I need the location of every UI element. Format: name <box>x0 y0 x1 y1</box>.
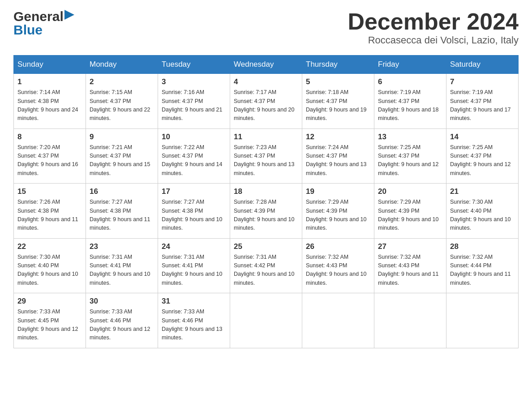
calendar-table: Sunday Monday Tuesday Wednesday Thursday… <box>13 55 519 348</box>
day-info: Sunrise: 7:26 AMSunset: 4:38 PMDaylight:… <box>17 198 82 233</box>
day-number: 5 <box>306 77 370 86</box>
day-info: Sunrise: 7:16 AMSunset: 4:37 PMDaylight:… <box>162 88 226 123</box>
calendar-cell: 16Sunrise: 7:27 AMSunset: 4:38 PMDayligh… <box>86 184 158 239</box>
calendar-cell: 5Sunrise: 7:18 AMSunset: 4:37 PMDaylight… <box>302 74 374 129</box>
calendar-cell: 9Sunrise: 7:21 AMSunset: 4:37 PMDaylight… <box>86 128 158 184</box>
calendar-cell: 12Sunrise: 7:24 AMSunset: 4:37 PMDayligh… <box>302 128 374 184</box>
day-info: Sunrise: 7:33 AMSunset: 4:45 PMDaylight:… <box>17 308 82 342</box>
day-info: Sunrise: 7:31 AMSunset: 4:41 PMDaylight:… <box>162 253 226 288</box>
day-number: 26 <box>306 242 370 251</box>
day-info: Sunrise: 7:30 AMSunset: 4:40 PMDaylight:… <box>450 198 515 233</box>
calendar-cell: 3Sunrise: 7:16 AMSunset: 4:37 PMDaylight… <box>158 74 230 129</box>
day-number: 14 <box>450 133 515 141</box>
day-number: 11 <box>234 133 298 141</box>
calendar-cell: 21Sunrise: 7:30 AMSunset: 4:40 PMDayligh… <box>446 184 519 239</box>
calendar-week-2: 8Sunrise: 7:20 AMSunset: 4:37 PMDaylight… <box>14 128 519 184</box>
day-info: Sunrise: 7:33 AMSunset: 4:46 PMDaylight:… <box>90 308 154 342</box>
day-number: 19 <box>306 187 370 196</box>
day-number: 9 <box>90 133 154 141</box>
svg-marker-0 <box>64 10 74 20</box>
day-info: Sunrise: 7:15 AMSunset: 4:37 PMDaylight:… <box>90 88 154 123</box>
day-number: 7 <box>450 77 515 86</box>
calendar-cell: 28Sunrise: 7:32 AMSunset: 4:44 PMDayligh… <box>446 238 519 293</box>
day-info: Sunrise: 7:32 AMSunset: 4:43 PMDaylight:… <box>378 253 442 288</box>
calendar-cell: 13Sunrise: 7:25 AMSunset: 4:37 PMDayligh… <box>374 128 446 184</box>
day-info: Sunrise: 7:33 AMSunset: 4:46 PMDaylight:… <box>162 308 226 342</box>
calendar-cell <box>446 293 519 348</box>
calendar-cell: 15Sunrise: 7:26 AMSunset: 4:38 PMDayligh… <box>14 184 86 239</box>
calendar-week-5: 29Sunrise: 7:33 AMSunset: 4:45 PMDayligh… <box>14 293 519 348</box>
day-info: Sunrise: 7:23 AMSunset: 4:37 PMDaylight:… <box>234 143 298 178</box>
day-number: 30 <box>90 297 154 306</box>
day-number: 4 <box>234 77 298 86</box>
col-monday: Monday <box>86 56 158 74</box>
calendar-cell: 4Sunrise: 7:17 AMSunset: 4:37 PMDaylight… <box>230 74 302 129</box>
day-info: Sunrise: 7:27 AMSunset: 4:38 PMDaylight:… <box>90 198 154 233</box>
day-number: 12 <box>306 133 370 141</box>
day-info: Sunrise: 7:21 AMSunset: 4:37 PMDaylight:… <box>90 143 154 178</box>
calendar-cell: 22Sunrise: 7:30 AMSunset: 4:40 PMDayligh… <box>14 238 86 293</box>
calendar-cell: 29Sunrise: 7:33 AMSunset: 4:45 PMDayligh… <box>14 293 86 348</box>
calendar-cell <box>230 293 302 348</box>
calendar-cell: 1Sunrise: 7:14 AMSunset: 4:38 PMDaylight… <box>14 74 86 129</box>
page-header: General Blue December 2024 Roccasecca de… <box>13 9 519 46</box>
calendar-week-3: 15Sunrise: 7:26 AMSunset: 4:38 PMDayligh… <box>14 184 519 239</box>
calendar-week-1: 1Sunrise: 7:14 AMSunset: 4:38 PMDaylight… <box>14 74 519 129</box>
logo-arrow-icon <box>64 12 74 20</box>
day-number: 1 <box>17 77 82 86</box>
calendar-week-4: 22Sunrise: 7:30 AMSunset: 4:40 PMDayligh… <box>14 238 519 293</box>
calendar-cell: 14Sunrise: 7:25 AMSunset: 4:37 PMDayligh… <box>446 128 519 184</box>
day-number: 21 <box>450 187 515 196</box>
calendar-cell: 18Sunrise: 7:28 AMSunset: 4:39 PMDayligh… <box>230 184 302 239</box>
day-info: Sunrise: 7:22 AMSunset: 4:37 PMDaylight:… <box>162 143 226 178</box>
day-info: Sunrise: 7:27 AMSunset: 4:38 PMDaylight:… <box>162 198 226 233</box>
day-number: 22 <box>17 242 82 251</box>
page-title: December 2024 <box>348 9 519 34</box>
day-info: Sunrise: 7:31 AMSunset: 4:41 PMDaylight:… <box>90 253 154 288</box>
calendar-cell <box>302 293 374 348</box>
logo: General Blue <box>13 9 74 38</box>
calendar-cell: 27Sunrise: 7:32 AMSunset: 4:43 PMDayligh… <box>374 238 446 293</box>
calendar-cell: 6Sunrise: 7:19 AMSunset: 4:37 PMDaylight… <box>374 74 446 129</box>
calendar-cell: 31Sunrise: 7:33 AMSunset: 4:46 PMDayligh… <box>158 293 230 348</box>
calendar-cell: 20Sunrise: 7:29 AMSunset: 4:39 PMDayligh… <box>374 184 446 239</box>
title-section: December 2024 Roccasecca dei Volsci, Laz… <box>348 9 519 46</box>
day-info: Sunrise: 7:25 AMSunset: 4:37 PMDaylight:… <box>378 143 442 178</box>
day-info: Sunrise: 7:28 AMSunset: 4:39 PMDaylight:… <box>234 198 298 233</box>
day-number: 25 <box>234 242 298 251</box>
day-number: 17 <box>162 187 226 196</box>
day-number: 23 <box>90 242 154 251</box>
day-info: Sunrise: 7:32 AMSunset: 4:43 PMDaylight:… <box>306 253 370 288</box>
calendar-cell <box>374 293 446 348</box>
day-number: 29 <box>17 297 82 306</box>
day-number: 28 <box>450 242 515 251</box>
col-tuesday: Tuesday <box>158 56 230 74</box>
col-thursday: Thursday <box>302 56 374 74</box>
day-number: 8 <box>17 133 82 141</box>
day-info: Sunrise: 7:25 AMSunset: 4:37 PMDaylight:… <box>450 143 515 178</box>
day-info: Sunrise: 7:19 AMSunset: 4:37 PMDaylight:… <box>450 88 515 123</box>
day-number: 20 <box>378 187 442 196</box>
day-info: Sunrise: 7:32 AMSunset: 4:44 PMDaylight:… <box>450 253 515 288</box>
calendar-cell: 8Sunrise: 7:20 AMSunset: 4:37 PMDaylight… <box>14 128 86 184</box>
day-info: Sunrise: 7:29 AMSunset: 4:39 PMDaylight:… <box>306 198 370 233</box>
day-number: 13 <box>378 133 442 141</box>
day-number: 15 <box>17 187 82 196</box>
logo-general-text: General <box>13 9 64 24</box>
day-info: Sunrise: 7:29 AMSunset: 4:39 PMDaylight:… <box>378 198 442 233</box>
day-info: Sunrise: 7:30 AMSunset: 4:40 PMDaylight:… <box>17 253 82 288</box>
col-saturday: Saturday <box>446 56 519 74</box>
day-number: 18 <box>234 187 298 196</box>
calendar-cell: 7Sunrise: 7:19 AMSunset: 4:37 PMDaylight… <box>446 74 519 129</box>
page-subtitle: Roccasecca dei Volsci, Lazio, Italy <box>348 34 519 46</box>
day-info: Sunrise: 7:14 AMSunset: 4:38 PMDaylight:… <box>17 88 82 123</box>
day-info: Sunrise: 7:17 AMSunset: 4:37 PMDaylight:… <box>234 88 298 123</box>
day-number: 6 <box>378 77 442 86</box>
day-number: 16 <box>90 187 154 196</box>
calendar-cell: 17Sunrise: 7:27 AMSunset: 4:38 PMDayligh… <box>158 184 230 239</box>
day-info: Sunrise: 7:19 AMSunset: 4:37 PMDaylight:… <box>378 88 442 123</box>
calendar-cell: 11Sunrise: 7:23 AMSunset: 4:37 PMDayligh… <box>230 128 302 184</box>
day-info: Sunrise: 7:24 AMSunset: 4:37 PMDaylight:… <box>306 143 370 178</box>
day-number: 2 <box>90 77 154 86</box>
day-number: 27 <box>378 242 442 251</box>
